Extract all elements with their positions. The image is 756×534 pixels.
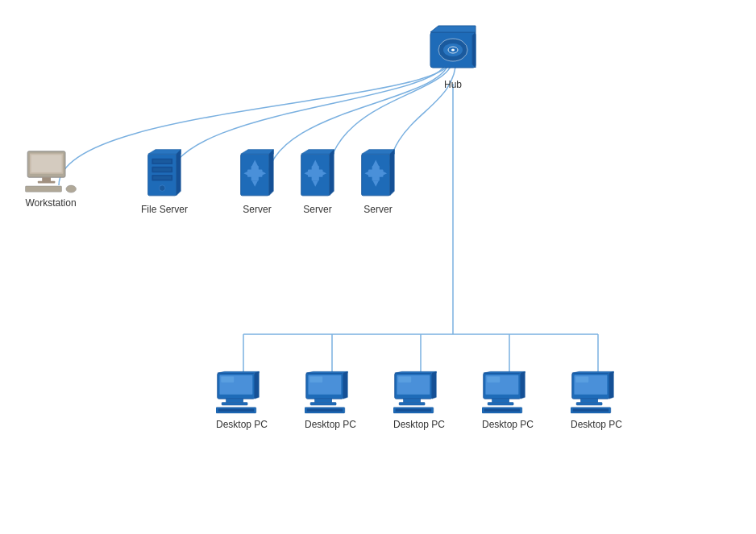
desktop1-label: Desktop PC: [216, 419, 268, 430]
desktop2-node: Desktop PC: [305, 370, 356, 430]
svg-marker-60: [255, 371, 259, 399]
svg-point-13: [451, 49, 455, 52]
svg-marker-22: [148, 150, 181, 155]
desktop2-icon: [305, 370, 356, 416]
svg-rect-16: [31, 155, 62, 172]
desktop1-node: Desktop PC: [216, 370, 268, 430]
svg-marker-41: [301, 150, 334, 155]
file-server-node: File Server: [141, 149, 188, 215]
svg-marker-23: [177, 150, 181, 196]
svg-rect-19: [26, 186, 62, 192]
desktop4-node: Desktop PC: [482, 370, 534, 430]
svg-rect-71: [309, 377, 322, 383]
desktop5-icon: [571, 370, 622, 416]
svg-rect-89: [487, 377, 500, 383]
svg-marker-33: [269, 150, 274, 196]
desktop1-icon: [216, 370, 268, 416]
server1-icon: [238, 149, 276, 201]
svg-rect-62: [221, 377, 234, 383]
server1-label: Server: [243, 204, 271, 215]
svg-rect-102: [573, 409, 609, 412]
svg-marker-86: [484, 371, 525, 373]
server2-node: Server: [298, 149, 337, 215]
svg-marker-77: [395, 371, 437, 373]
workstation-icon: [22, 149, 80, 194]
desktop4-label: Desktop PC: [482, 419, 534, 430]
svg-point-20: [66, 185, 77, 192]
workstation-node: Workstation: [22, 149, 80, 209]
desktop3-node: Desktop PC: [393, 370, 445, 430]
server3-icon: [359, 149, 397, 201]
svg-rect-75: [307, 409, 343, 412]
svg-rect-99: [580, 399, 597, 402]
hub-label: Hub: [444, 79, 462, 90]
workstation-label: Workstation: [25, 197, 76, 209]
desktop4-icon: [482, 370, 534, 416]
svg-marker-42: [330, 150, 334, 196]
svg-marker-95: [572, 371, 614, 373]
svg-rect-81: [403, 399, 420, 402]
hub-icon: [427, 24, 479, 76]
svg-marker-96: [609, 371, 613, 399]
svg-marker-87: [521, 371, 525, 399]
svg-rect-98: [575, 377, 588, 383]
file-server-label: File Server: [141, 204, 188, 215]
svg-point-30: [160, 185, 165, 191]
svg-rect-72: [314, 399, 331, 402]
svg-rect-73: [310, 403, 336, 406]
svg-rect-28: [153, 168, 171, 172]
desktop5-node: Desktop PC: [571, 370, 622, 430]
svg-rect-82: [399, 403, 425, 406]
svg-marker-59: [218, 371, 260, 373]
svg-rect-27: [153, 160, 171, 164]
svg-rect-18: [38, 181, 56, 184]
network-diagram: Hub Workstation: [0, 0, 756, 534]
file-server-icon: [145, 149, 184, 201]
hub-node: Hub: [427, 24, 479, 90]
server3-label: Server: [363, 204, 392, 215]
svg-rect-93: [484, 409, 520, 412]
server1-node: Server: [238, 149, 276, 215]
svg-rect-66: [218, 409, 254, 412]
desktop3-label: Desktop PC: [393, 419, 445, 430]
svg-rect-63: [226, 399, 243, 402]
server2-icon: [298, 149, 337, 201]
svg-marker-8: [430, 26, 476, 32]
svg-rect-29: [153, 176, 171, 180]
svg-rect-90: [492, 399, 509, 402]
svg-marker-78: [432, 371, 436, 399]
server3-node: Server: [359, 149, 397, 215]
svg-marker-51: [390, 150, 395, 196]
desktop3-icon: [393, 370, 445, 416]
svg-rect-80: [398, 377, 411, 383]
svg-marker-50: [362, 150, 395, 155]
svg-rect-91: [488, 403, 513, 406]
server2-label: Server: [303, 204, 331, 215]
svg-rect-100: [576, 403, 602, 406]
svg-rect-84: [396, 409, 431, 412]
desktop2-label: Desktop PC: [305, 419, 356, 430]
svg-marker-69: [343, 371, 347, 399]
connections-layer: [0, 0, 756, 534]
svg-marker-68: [306, 371, 348, 373]
desktop5-label: Desktop PC: [571, 419, 622, 430]
svg-marker-9: [472, 32, 476, 68]
svg-rect-64: [222, 403, 247, 406]
svg-marker-32: [241, 150, 274, 155]
